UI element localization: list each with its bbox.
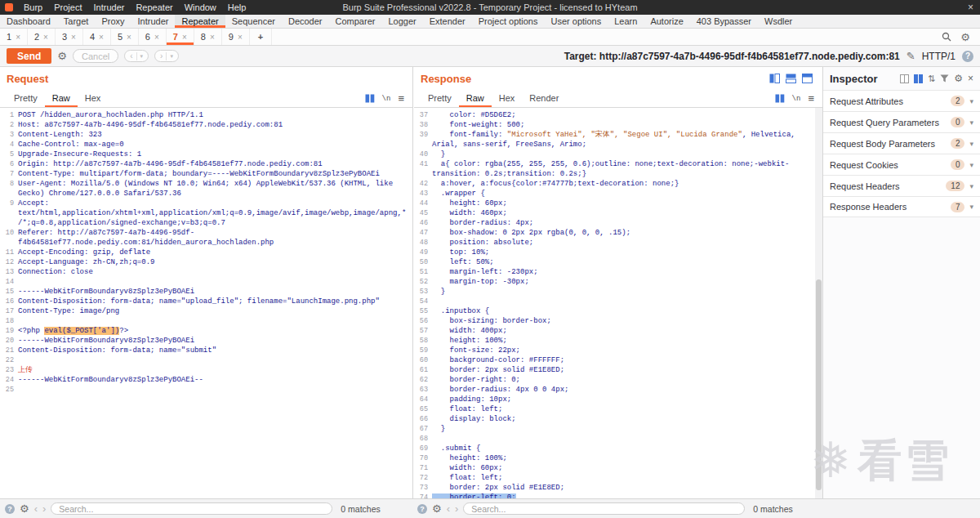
search-help-icon[interactable]: ? [5,504,15,514]
help-icon[interactable]: ? [962,51,973,62]
response-tab-hex[interactable]: Hex [492,90,523,107]
code-line[interactable]: 39 font-family: "Microsoft YaHei", "宋体",… [414,130,822,150]
close-tab-icon[interactable]: × [210,33,215,42]
menu-intruder[interactable]: Intruder [88,2,131,12]
code-line[interactable]: 42 a:hover, a:focus{color:#74777b;text-d… [414,179,822,189]
tab-403-bypasser[interactable]: 403 Bypasser [690,15,758,28]
tab-wsdler[interactable]: Wsdler [758,15,799,28]
dock-filled-icon[interactable] [914,74,923,83]
code-line[interactable]: 53 } [414,287,822,297]
code-line[interactable]: 16Content-Disposition: form-data; name="… [0,297,412,306]
code-line[interactable]: 44 height: 60px; [414,199,822,208]
filter-icon[interactable] [940,74,949,83]
code-line[interactable]: 17Content-Type: image/png [0,306,412,316]
code-line[interactable]: 21Content-Disposition: form-data; name="… [0,346,412,355]
scrollbar-thumb[interactable] [816,279,822,490]
repeater-tab-6[interactable]: 6× [139,29,167,45]
inspector-section-request-attributes[interactable]: Request Attributes2▾ [823,90,980,111]
code-line[interactable]: 68 [414,434,822,444]
tab-dashboard[interactable]: Dashboard [0,15,57,28]
code-line[interactable]: 72 float: left; [414,473,822,483]
tab-intruder[interactable]: Intruder [131,15,176,28]
response-editor[interactable]: 37 color: #D5D6E2;38 font-weight: 500;39… [414,108,822,498]
editor-menu-icon[interactable]: ≡ [398,93,404,104]
code-line[interactable]: 20------WebKitFormBoundaryv8zSplz3ePyBOA… [0,336,412,346]
response-tab-render[interactable]: Render [522,90,566,107]
repeater-tab-9[interactable]: 9× [222,29,250,45]
sort-icon[interactable]: ⇅ [928,74,935,83]
editor-menu-icon[interactable]: ≡ [808,93,814,104]
send-button[interactable]: Send [7,48,51,64]
code-line[interactable]: 58 height: 100%; [414,336,822,346]
code-line[interactable]: 65 float: left; [414,404,822,414]
menu-burp[interactable]: Burp [18,2,48,12]
code-line[interactable]: 24------WebKitFormBoundaryv8zSplz3ePyBOA… [0,375,412,385]
code-line[interactable]: 69 .submit { [414,444,822,453]
code-line[interactable]: 7Content-Type: multipart/form-data; boun… [0,169,412,179]
code-line[interactable]: 74 border-left: 0; [414,493,822,498]
repeater-tab-5[interactable]: 5× [111,29,139,45]
layout-single-icon[interactable] [802,74,813,83]
code-line[interactable]: 13Connection: close [0,267,412,277]
code-line[interactable]: 56 box-sizing: border-box; [414,316,822,326]
previous-match-icon[interactable]: ‹ [34,503,38,514]
window-close-icon[interactable]: × [968,2,973,12]
code-line[interactable]: 37 color: #D5D6E2; [414,110,822,120]
close-tab-icon[interactable]: × [154,33,159,42]
code-line[interactable]: 71 width: 60px; [414,463,822,473]
code-line[interactable]: 63 border-radius: 4px 0 0 4px; [414,385,822,395]
code-line[interactable]: 70 height: 100%; [414,453,822,463]
request-tab-raw[interactable]: Raw [45,90,78,107]
add-tab-button[interactable]: + [250,29,272,45]
code-line[interactable]: 14 [0,277,412,287]
code-line[interactable]: 8User-Agent: Mozilla/5.0 (Windows NT 10.… [0,179,412,199]
newline-toggle-icon[interactable]: \n [792,95,801,103]
tab-decoder[interactable]: Decoder [282,15,329,28]
code-line[interactable]: 22 [0,355,412,365]
code-line[interactable]: 3Content-Length: 323 [0,130,412,140]
code-line[interactable]: 2Host: a87c7597-4a7b-4496-95df-f4b64581e… [0,120,412,130]
columns-layout-icon[interactable] [365,94,375,103]
code-line[interactable]: 62 border-right: 0; [414,375,822,385]
settings-gear-icon[interactable]: ⚙ [960,32,970,42]
tab-learn[interactable]: Learn [608,15,644,28]
close-tab-icon[interactable]: × [43,33,48,42]
code-line[interactable]: 52 margin-top: -30px; [414,277,822,287]
code-line[interactable]: 49 top: 10%; [414,248,822,257]
code-line[interactable]: 61 border: 2px solid #E1E8ED; [414,365,822,375]
repeater-tab-2[interactable]: 2× [28,29,56,45]
search-help-icon[interactable]: ? [417,504,427,514]
tab-user-options[interactable]: User options [544,15,608,28]
code-line[interactable]: 11Accept-Encoding: gzip, deflate [0,248,412,257]
code-line[interactable]: 12Accept-Language: zh-CN,zh;q=0.9 [0,257,412,267]
code-line[interactable]: 46 border-radius: 4px; [414,218,822,228]
inspector-section-request-body-parameters[interactable]: Request Body Parameters2▾ [823,132,980,154]
request-editor[interactable]: 1POST /hidden_aurora_hochladen.php HTTP/… [0,108,412,498]
tab-target[interactable]: Target [57,15,96,28]
dock-outline-icon[interactable] [900,74,909,83]
menu-window[interactable]: Window [179,2,222,12]
code-line[interactable]: 67 } [414,424,822,434]
previous-match-icon[interactable]: ‹ [447,503,450,514]
code-line[interactable]: 54 [414,297,822,306]
code-line[interactable]: 57 width: 400px; [414,326,822,336]
next-match-icon[interactable]: › [42,503,46,514]
inspector-section-request-headers[interactable]: Request Headers12▾ [823,175,980,196]
send-options-gear-icon[interactable]: ⚙ [57,51,67,61]
code-line[interactable]: 9Accept: text/html,application/xhtml+xml… [0,199,412,228]
code-line[interactable]: 66 display: block; [414,414,822,424]
code-line[interactable]: 41 a{ color: rgba(255, 255, 255, 0.6);ou… [414,159,822,179]
close-tab-icon[interactable]: × [99,33,104,42]
menu-help[interactable]: Help [222,2,252,12]
close-tab-icon[interactable]: × [127,33,131,42]
repeater-tab-7[interactable]: 7× [167,29,194,45]
response-scrollbar[interactable] [815,108,822,498]
code-line[interactable]: 38 font-weight: 500; [414,120,822,130]
code-line[interactable]: 18 [0,316,412,326]
response-search-input[interactable] [463,502,745,515]
search-icon[interactable] [942,32,951,42]
code-line[interactable]: 60 background-color: #FFFFFF; [414,355,822,365]
repeater-tab-8[interactable]: 8× [194,29,222,45]
request-tab-pretty[interactable]: Pretty [7,90,45,107]
menu-repeater[interactable]: Repeater [130,2,178,12]
